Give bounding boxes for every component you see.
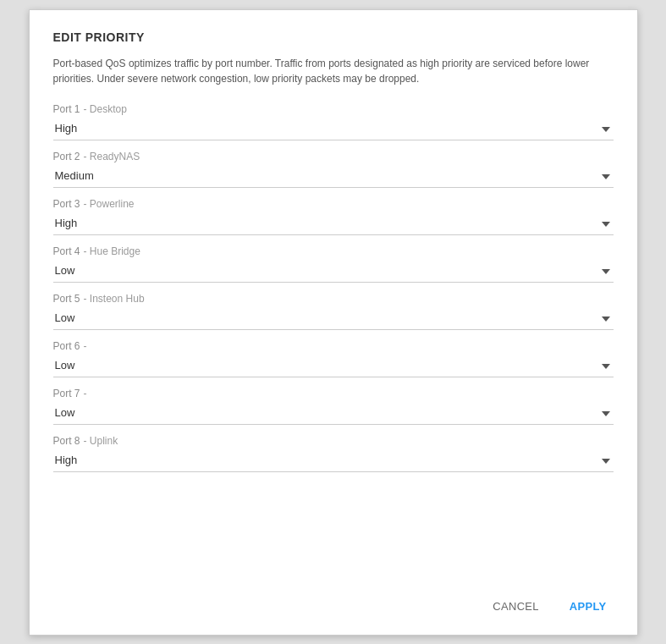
- port-label: Port 3 - Powerline: [53, 198, 614, 210]
- port-name: Port 7: [53, 388, 80, 399]
- port-device: - Hue Bridge: [84, 245, 140, 257]
- port-device: -: [84, 388, 87, 399]
- port-select-wrapper: HighMediumLow: [53, 403, 614, 425]
- port-label: Port 4 - Hue Bridge: [53, 245, 614, 257]
- port6-select[interactable]: HighMediumLow: [53, 355, 614, 377]
- port-row: Port 2 - ReadyNASHighMediumLow: [53, 151, 614, 188]
- dialog-title: EDIT PRIORITY: [53, 30, 614, 44]
- edit-priority-dialog: EDIT PRIORITY Port-based QoS optimizes t…: [29, 9, 638, 636]
- port-select-wrapper: HighMediumLow: [53, 118, 614, 140]
- port-name: Port 8: [53, 435, 80, 447]
- port-select-wrapper: HighMediumLow: [53, 213, 614, 235]
- port-device: -: [84, 340, 87, 352]
- port1-select[interactable]: HighMediumLow: [53, 118, 614, 140]
- ports-container: Port 1 - DesktopHighMediumLowPort 2 - Re…: [53, 103, 614, 575]
- port-device: - Desktop: [84, 103, 127, 115]
- port-row: Port 7 -HighMediumLow: [53, 388, 614, 425]
- port-name: Port 4: [53, 245, 80, 257]
- port-label: Port 5 - Insteon Hub: [53, 293, 614, 305]
- port-label: Port 8 - Uplink: [53, 435, 614, 447]
- port5-select[interactable]: HighMediumLow: [53, 308, 614, 330]
- dialog-footer: CANCEL APPLY: [53, 581, 614, 618]
- port-row: Port 6 -HighMediumLow: [53, 340, 614, 377]
- port-label: Port 1 - Desktop: [53, 103, 614, 115]
- port-name: Port 3: [53, 198, 80, 210]
- port-row: Port 8 - UplinkHighMediumLow: [53, 435, 614, 472]
- cancel-button[interactable]: CANCEL: [486, 595, 546, 618]
- port-row: Port 4 - Hue BridgeHighMediumLow: [53, 245, 614, 283]
- port-select-wrapper: HighMediumLow: [53, 166, 614, 188]
- dialog-description: Port-based QoS optimizes traffic by port…: [53, 56, 614, 86]
- port4-select[interactable]: HighMediumLow: [53, 261, 614, 283]
- port3-select[interactable]: HighMediumLow: [53, 213, 614, 235]
- port-name: Port 1: [53, 103, 80, 115]
- port-name: Port 6: [53, 340, 80, 352]
- port-label: Port 6 -: [53, 340, 614, 352]
- port-name: Port 2: [53, 151, 80, 162]
- port-label: Port 7 -: [53, 388, 614, 399]
- port-row: Port 5 - Insteon HubHighMediumLow: [53, 293, 614, 330]
- apply-button[interactable]: APPLY: [563, 595, 614, 618]
- port7-select[interactable]: HighMediumLow: [53, 403, 614, 425]
- port-device: - ReadyNAS: [84, 151, 140, 162]
- port2-select[interactable]: HighMediumLow: [53, 166, 614, 188]
- port-select-wrapper: HighMediumLow: [53, 308, 614, 330]
- port-device: - Insteon Hub: [84, 293, 145, 305]
- port-select-wrapper: HighMediumLow: [53, 355, 614, 377]
- port-select-wrapper: HighMediumLow: [53, 261, 614, 283]
- port8-select[interactable]: HighMediumLow: [53, 450, 614, 472]
- port-device: - Uplink: [84, 435, 118, 447]
- port-row: Port 1 - DesktopHighMediumLow: [53, 103, 614, 140]
- port-row: Port 3 - PowerlineHighMediumLow: [53, 198, 614, 235]
- port-name: Port 5: [53, 293, 80, 305]
- port-label: Port 2 - ReadyNAS: [53, 151, 614, 162]
- port-device: - Powerline: [84, 198, 135, 210]
- port-select-wrapper: HighMediumLow: [53, 450, 614, 472]
